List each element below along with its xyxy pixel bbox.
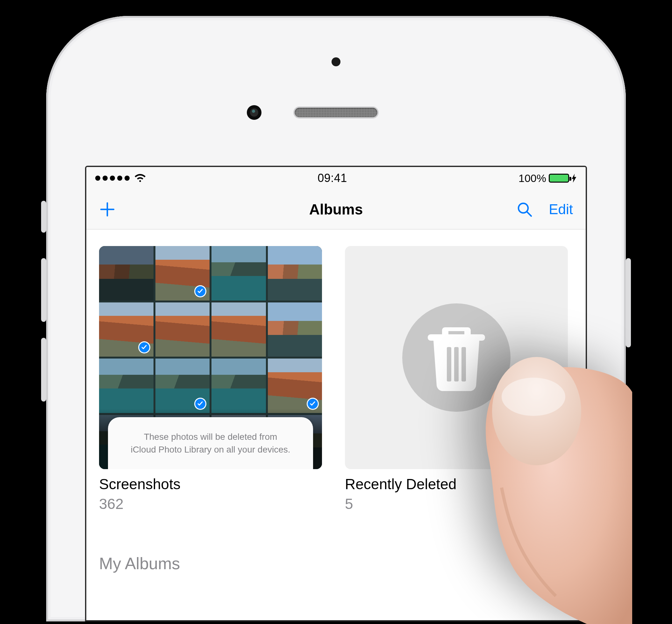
navigation-bar: Albums Edit xyxy=(86,189,586,230)
svg-rect-2 xyxy=(454,347,459,382)
delete-confirm-line1: These photos will be deleted from xyxy=(117,431,303,444)
albums-content[interactable]: These photos will be deleted from iCloud… xyxy=(86,230,586,620)
volume-down-button xyxy=(41,338,46,401)
albums-row: These photos will be deleted from iCloud… xyxy=(99,246,573,513)
battery-indicator: 100% xyxy=(518,172,577,184)
battery-percentage: 100% xyxy=(518,172,546,184)
edit-button[interactable]: Edit xyxy=(549,201,573,217)
selection-check-icon xyxy=(307,398,319,410)
svg-rect-1 xyxy=(447,347,451,382)
volume-up-button xyxy=(41,258,46,322)
trash-badge xyxy=(402,304,511,412)
selection-check-icon xyxy=(194,398,206,410)
battery-icon xyxy=(549,174,569,183)
album-count: 5 xyxy=(345,495,568,513)
proximity-sensor xyxy=(331,57,341,66)
cellular-signal-icon xyxy=(95,176,130,181)
album-cover-screenshots: These photos will be deleted from iCloud… xyxy=(99,246,322,469)
front-camera xyxy=(247,105,262,120)
earpiece-speaker xyxy=(295,108,377,117)
album-count: 362 xyxy=(99,495,322,513)
device-screen: 09:41 100% Albums xyxy=(85,166,587,621)
selection-check-icon xyxy=(194,285,206,297)
iphone-device-frame: 09:41 100% Albums xyxy=(46,16,626,621)
wifi-icon xyxy=(134,173,146,183)
power-button xyxy=(626,258,631,347)
selection-check-icon xyxy=(138,341,150,354)
album-screenshots[interactable]: These photos will be deleted from iCloud… xyxy=(99,246,322,513)
status-bar: 09:41 100% xyxy=(86,167,586,189)
trash-icon xyxy=(428,324,485,391)
charging-icon xyxy=(572,174,577,183)
search-button[interactable] xyxy=(516,201,533,218)
album-cover-recently-deleted xyxy=(345,246,568,469)
delete-confirm-sheet: These photos will be deleted from iCloud… xyxy=(108,417,313,469)
status-time: 09:41 xyxy=(318,172,347,185)
nav-title: Albums xyxy=(86,201,586,218)
add-album-button[interactable] xyxy=(99,201,116,218)
mute-switch xyxy=(41,201,46,233)
album-title: Screenshots xyxy=(99,475,322,493)
album-title: Recently Deleted xyxy=(345,475,568,493)
svg-rect-3 xyxy=(461,347,466,382)
album-recently-deleted[interactable]: Recently Deleted 5 xyxy=(345,246,568,513)
delete-confirm-line2: iCloud Photo Library on all your devices… xyxy=(117,443,303,457)
section-header-my-albums: My Albums xyxy=(99,554,573,573)
